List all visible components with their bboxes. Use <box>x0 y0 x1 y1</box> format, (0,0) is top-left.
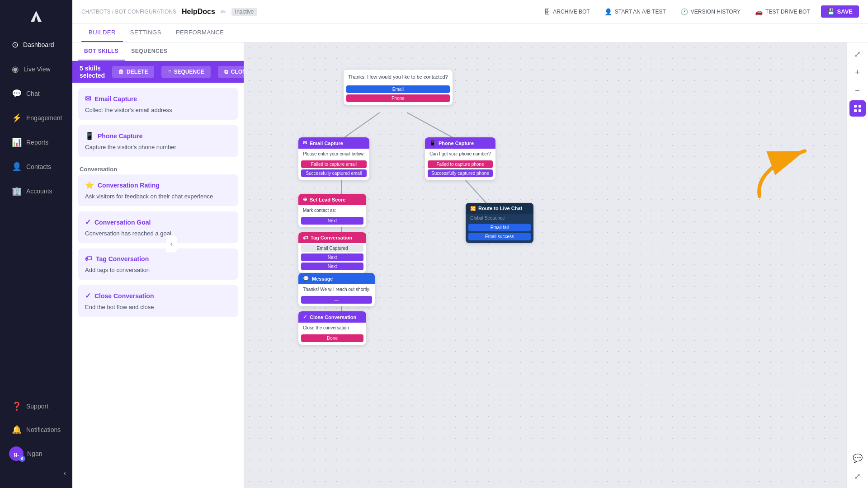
email-fail-btn[interactable]: Failed to capture email <box>301 160 367 168</box>
collapse-panel-button[interactable]: ‹ <box>166 235 177 253</box>
tag-next-btn[interactable]: Next <box>301 253 363 261</box>
tab-sequences[interactable]: SEQUENCES <box>125 42 174 61</box>
skill-close-conversation[interactable]: ✓ Close Conversation End the bot flow an… <box>78 285 238 317</box>
tag-node-icon: 🏷 <box>303 235 308 240</box>
sidebar-item-dashboard[interactable]: ⊙ Dashboard <box>3 33 70 56</box>
sidebar-item-notifications[interactable]: 🔔 Notifications <box>3 418 70 441</box>
contacts-icon: 👤 <box>12 162 22 172</box>
skills-panel-tabs: BOT SKILLS SEQUENCES <box>72 42 244 61</box>
skill-conversation-goal[interactable]: ✓ Conversation Goal Conversation has rea… <box>78 211 238 243</box>
email-capture-node[interactable]: ✉ Email Capture Please enter your email … <box>298 137 369 180</box>
phone-capture-desc: Capture the visitor's phone number <box>85 144 231 150</box>
selection-count: 5 skills selected <box>80 65 105 79</box>
live-view-icon: ◉ <box>12 64 19 74</box>
email-option-btn[interactable]: Email <box>346 85 450 93</box>
svg-rect-10 <box>859 105 861 108</box>
phone-capture-node[interactable]: 📱 Phone Capture Can I get your phone num… <box>425 137 495 180</box>
tab-performance[interactable]: PERFORMANCE <box>169 23 231 42</box>
ab-test-button[interactable]: 👤 START AN A/B TEST <box>601 6 670 17</box>
chat-panel-button[interactable]: 💬 <box>849 450 866 466</box>
skill-phone-capture[interactable]: 📱 Phone Capture Capture the visitor's ph… <box>78 125 238 157</box>
tag-desc: Add tags to conversation <box>85 267 231 273</box>
skill-email-capture[interactable]: ✉ Email Capture Collect the visitor's em… <box>78 88 238 120</box>
sidebar-item-engagement[interactable]: ⚡ Engagement <box>3 107 70 129</box>
phone-node-body: Can I get your phone number? <box>425 149 495 159</box>
email-success-btn[interactable]: Successfully captured email <box>301 169 367 177</box>
goal-icon: ✓ <box>85 218 91 226</box>
expand-button[interactable]: ⤢ <box>849 468 866 484</box>
flow-canvas-area[interactable]: Thanks! How would you like to be contact… <box>244 42 868 488</box>
fullscreen-button[interactable]: ⤢ <box>849 46 866 62</box>
version-icon: 🕐 <box>680 8 688 15</box>
grid-button[interactable] <box>849 100 866 117</box>
phone-fail-btn[interactable]: Failed to capture phone <box>428 160 493 168</box>
sidebar-item-contacts[interactable]: 👤 Contacts <box>3 155 70 178</box>
clone-button[interactable]: ⧉ CLONE <box>218 66 244 78</box>
clone-icon: ⧉ <box>224 69 228 75</box>
content-area: BOT SKILLS SEQUENCES 5 skills selected 🗑… <box>72 42 868 488</box>
save-icon: 💾 <box>827 8 835 15</box>
email-node-body: Please enter your email below: <box>298 149 369 159</box>
svg-line-1 <box>341 113 380 140</box>
notifications-icon: 🔔 <box>12 425 22 435</box>
archive-bot-button[interactable]: 🗄 ARCHIVE BOT <box>540 6 593 17</box>
svg-marker-0 <box>31 11 42 22</box>
close-icon: ✓ <box>85 291 91 300</box>
email-success-route-btn[interactable]: Email success <box>468 233 531 240</box>
skill-tag-conversation[interactable]: 🏷 Tag Conversation Add tags to conversat… <box>78 249 238 280</box>
message-next-btn[interactable]: — <box>301 296 372 304</box>
delete-icon: 🗑 <box>118 69 124 75</box>
route-to-chat-node[interactable]: 🔀 Route to Live Chat Global Sequence Ema… <box>466 203 533 243</box>
accounts-icon: 🏢 <box>12 186 22 196</box>
sidebar-collapse-button[interactable]: ‹ <box>0 465 72 481</box>
reports-icon: 📊 <box>12 137 22 147</box>
sidebar-item-support[interactable]: ❓ Support <box>3 395 70 418</box>
svg-rect-12 <box>859 109 861 112</box>
zoom-in-button[interactable]: + <box>849 64 866 80</box>
version-history-button[interactable]: 🕐 VERSION HISTORY <box>677 6 744 17</box>
close-conversation-node[interactable]: ✓ Close Conversation Close the conversat… <box>298 311 366 345</box>
node-email-icon: ✉ <box>303 140 307 146</box>
chat-icon: 💬 <box>12 89 22 99</box>
email-icon: ✉ <box>85 94 91 103</box>
save-button[interactable]: 💾 SAVE <box>821 5 859 18</box>
topbar: CHATBOTS / BOT CONFIGURATIONS HelpDocs ✏… <box>72 0 868 23</box>
tab-builder[interactable]: BUILDER <box>81 23 123 42</box>
start-node[interactable]: Thanks! How would you like to be contact… <box>344 70 453 105</box>
tab-settings[interactable]: SETTINGS <box>123 23 169 42</box>
email-fail-route-btn[interactable]: Email fail <box>468 224 531 231</box>
rating-desc: Ask visitors for feedback on their chat … <box>85 193 231 200</box>
tab-bot-skills[interactable]: BOT SKILLS <box>78 42 125 61</box>
test-drive-icon: 🚗 <box>755 8 763 15</box>
sidebar-item-live-view[interactable]: ◉ Live View <box>3 58 70 80</box>
phone-option-btn[interactable]: Phone <box>346 94 450 102</box>
breadcrumb: CHATBOTS / BOT CONFIGURATIONS <box>81 9 176 15</box>
selection-bar: 5 skills selected 🗑 DELETE ≡ SEQUENCE ⧉ … <box>72 61 244 83</box>
user-avatar-section[interactable]: g. 6 Ngan <box>0 442 72 465</box>
sidebar-item-chat[interactable]: 💬 Chat <box>3 82 70 105</box>
sidebar-item-reports[interactable]: 📊 Reports <box>3 131 70 154</box>
notification-badge: 6 <box>19 455 25 462</box>
sequence-button[interactable]: ≡ SEQUENCE <box>161 66 210 78</box>
done-btn[interactable]: Done <box>301 334 363 342</box>
tag-icon: 🏷 <box>85 255 92 263</box>
sidebar-item-accounts[interactable]: 🏢 Accounts <box>3 180 70 202</box>
message-node[interactable]: 💬 Message Thanks! We will reach out shor… <box>298 273 375 306</box>
tag-next-btn2[interactable]: Next <box>301 263 363 270</box>
zoom-out-button[interactable]: − <box>849 82 866 99</box>
delete-button[interactable]: 🗑 DELETE <box>112 66 154 78</box>
sequence-icon: ≡ <box>168 69 171 75</box>
skills-list: ✉ Email Capture Collect the visitor's em… <box>72 83 244 488</box>
edit-bot-name-icon[interactable]: ✏ <box>221 8 226 15</box>
rating-icon: ⭐ <box>85 181 94 189</box>
tag-conversation-node[interactable]: 🏷 Tag Conversation Email Captured Next N… <box>298 232 366 273</box>
set-lead-score-node[interactable]: ⊕ Set Lead Score Mark contact as: Next <box>298 194 366 227</box>
svg-rect-11 <box>854 109 857 112</box>
ab-test-icon: 👤 <box>604 8 612 15</box>
test-drive-button[interactable]: 🚗 TEST DRIVE BOT <box>751 6 813 17</box>
status-badge: Inactive <box>231 8 257 16</box>
phone-success-btn[interactable]: Successfully captured phone <box>428 169 493 177</box>
lead-next-btn[interactable]: Next <box>301 217 363 225</box>
skill-conversation-rating[interactable]: ⭐ Conversation Rating Ask visitors for f… <box>78 174 238 206</box>
svg-line-7 <box>466 180 488 205</box>
